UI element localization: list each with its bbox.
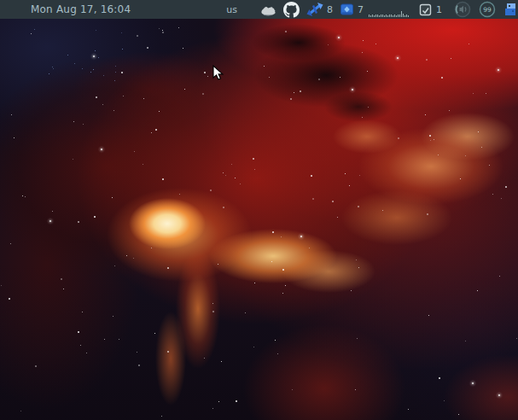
star [114, 80, 115, 81]
star [159, 111, 160, 112]
star [358, 267, 359, 268]
load-bar [384, 15, 385, 17]
star [82, 68, 83, 69]
star [337, 217, 338, 218]
star [179, 194, 180, 195]
inbox-count: 7 [358, 4, 364, 15]
star [25, 196, 26, 197]
star [362, 52, 363, 53]
star [121, 32, 122, 33]
load-bar [377, 15, 378, 17]
star [143, 164, 143, 165]
star [282, 293, 283, 294]
star [49, 220, 51, 222]
blue-squares-icon[interactable] [503, 0, 517, 19]
todo-tray-item[interactable]: 1 [418, 0, 442, 19]
load-bar [369, 15, 370, 17]
star [73, 121, 74, 122]
inbox-tray-item[interactable]: 7 [340, 0, 364, 19]
star [20, 411, 21, 411]
star [207, 76, 208, 77]
clock[interactable]: Mon Aug 17, 16:04 [31, 3, 131, 15]
star [10, 243, 11, 244]
load-bar [372, 15, 373, 17]
load-bar [389, 15, 390, 17]
load-bar [399, 15, 400, 17]
load-bar [379, 15, 380, 17]
star [143, 98, 144, 99]
star [137, 352, 137, 353]
volume-indicator[interactable] [453, 0, 472, 19]
star [290, 98, 292, 100]
load-bar [386, 15, 387, 17]
battery-indicator[interactable]: 99 [478, 0, 497, 19]
star [82, 312, 83, 312]
star [439, 377, 440, 379]
star [126, 255, 127, 256]
star [134, 151, 135, 152]
star [292, 389, 293, 390]
star [93, 55, 95, 57]
star [264, 66, 265, 67]
star [218, 401, 219, 402]
star [78, 221, 79, 223]
sync-count: 8 [327, 4, 333, 15]
star [235, 178, 236, 178]
load-bar [393, 15, 393, 17]
inbox-box-icon [340, 3, 354, 16]
star [311, 175, 312, 177]
star [426, 59, 428, 61]
star [449, 110, 450, 111]
star [498, 394, 500, 396]
star [83, 124, 84, 125]
star [162, 32, 164, 33]
star [460, 178, 461, 179]
star [204, 72, 206, 73]
load-bar [381, 15, 381, 17]
star [74, 63, 75, 64]
star [492, 194, 493, 195]
load-bar [401, 11, 402, 17]
star [225, 175, 226, 176]
star [14, 137, 15, 138]
star [368, 107, 369, 108]
starfield [0, 0, 518, 420]
load-bar [408, 15, 409, 17]
todo-count: 1 [436, 4, 442, 15]
load-bar [406, 15, 407, 17]
star [161, 416, 162, 417]
star [427, 213, 428, 215]
load-bar [374, 15, 375, 17]
star [357, 338, 358, 339]
star [123, 96, 124, 96]
hand-icon[interactable] [259, 0, 278, 19]
star [338, 37, 340, 38]
star [204, 358, 205, 359]
star [429, 135, 431, 137]
star [498, 69, 499, 71]
star [86, 353, 87, 353]
star [73, 159, 73, 160]
star [271, 261, 272, 262]
star [113, 316, 113, 317]
star [516, 338, 517, 339]
star [300, 90, 301, 92]
github-icon[interactable] [283, 0, 300, 19]
star [212, 311, 214, 312]
star [408, 409, 409, 410]
star [465, 341, 466, 341]
star [52, 211, 53, 212]
star [356, 260, 357, 260]
load-bar [394, 15, 395, 17]
star [162, 30, 163, 31]
star [22, 195, 23, 196]
sync-arrows-tray-item[interactable]: 8 [306, 0, 333, 19]
star [113, 110, 114, 111]
star [430, 140, 431, 141]
star [151, 248, 152, 248]
star [285, 31, 287, 32]
load-graph[interactable] [369, 10, 410, 17]
keyboard-layout-indicator[interactable]: us [226, 4, 237, 15]
star [167, 351, 169, 353]
star [349, 185, 350, 186]
